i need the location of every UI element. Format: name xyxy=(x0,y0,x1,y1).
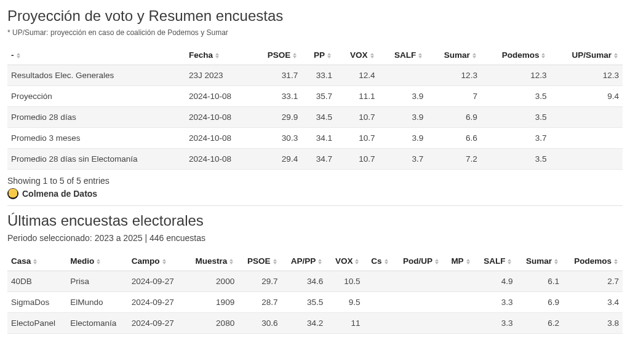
column-header[interactable]: Casa xyxy=(7,251,66,271)
column-header[interactable]: Sumar xyxy=(427,46,481,65)
column-header[interactable]: Muestra xyxy=(185,251,238,271)
sort-icon xyxy=(273,259,278,264)
column-header[interactable]: Pod/UP xyxy=(393,251,444,271)
section1-note: * UP/Sumar: proyección en caso de coalic… xyxy=(7,28,623,37)
column-header[interactable]: SALF xyxy=(379,46,428,65)
column-header[interactable]: VOX xyxy=(327,251,364,271)
sort-icon xyxy=(293,53,298,58)
column-header[interactable]: UP/Sumar xyxy=(550,46,623,65)
column-header[interactable]: MP xyxy=(444,251,475,271)
column-header[interactable]: Campo xyxy=(128,251,185,271)
sort-icon xyxy=(385,259,389,264)
column-header[interactable]: AP/PP xyxy=(282,251,327,271)
column-header[interactable]: PP xyxy=(301,46,336,65)
sort-icon xyxy=(472,53,477,58)
sort-icon xyxy=(614,259,619,264)
table-row: Promedio 28 días sin Electomanía2024-10-… xyxy=(7,149,623,170)
column-header[interactable]: Sumar xyxy=(516,251,563,271)
entries-info: Showing 1 to 5 of 5 entries xyxy=(7,176,623,186)
table-row: Resultados Elec. Generales23J 202331.733… xyxy=(7,65,623,86)
sort-icon xyxy=(33,259,38,264)
table-row: ElectoPanelElectomanía2024-09-27208030.6… xyxy=(7,313,623,334)
table-row: Promedio 28 días2024-10-0829.934.510.73.… xyxy=(7,107,623,128)
table-row: Proyección2024-10-0833.135.711.13.973.59… xyxy=(7,86,623,107)
column-header[interactable]: Podemos xyxy=(481,46,551,65)
sort-icon xyxy=(97,259,102,264)
section2-title: Últimas encuestas electorales xyxy=(7,212,623,229)
sort-icon xyxy=(318,259,323,264)
sort-icon xyxy=(418,53,423,58)
bee-icon xyxy=(7,188,18,199)
sort-icon xyxy=(614,53,619,58)
column-header[interactable]: VOX xyxy=(336,46,379,65)
attribution[interactable]: Colmena de Datos xyxy=(7,188,623,206)
table-row: Promedio 3 meses2024-10-0830.334.110.73.… xyxy=(7,128,623,149)
column-header[interactable]: PSOE xyxy=(238,251,281,271)
table-row: SigmaDosElMundo2024-09-27190928.735.59.5… xyxy=(7,292,623,313)
sort-icon xyxy=(229,259,234,264)
period-info: Periodo seleccionado: 2023 a 2025 | 446 … xyxy=(7,233,623,243)
sort-icon xyxy=(162,259,167,264)
projection-table: -FechaPSOEPPVOXSALFSumarPodemosUP/Sumar … xyxy=(7,46,623,170)
table-row: 40DBPrisa2024-09-27200029.734.610.54.96.… xyxy=(7,271,623,292)
polls-table: CasaMedioCampoMuestraPSOEAP/PPVOXCsPod/U… xyxy=(7,251,623,334)
sort-icon xyxy=(541,53,546,58)
column-header[interactable]: SALF xyxy=(475,251,517,271)
column-header[interactable]: Fecha xyxy=(185,46,252,65)
sort-icon xyxy=(215,53,220,58)
sort-icon xyxy=(466,259,471,264)
sort-icon xyxy=(435,259,440,264)
sort-icon xyxy=(17,53,22,58)
sort-icon xyxy=(508,259,512,264)
column-header[interactable]: Medio xyxy=(66,251,128,271)
column-header[interactable]: Podemos xyxy=(563,251,623,271)
column-header[interactable]: PSOE xyxy=(251,46,301,65)
section1-title: Proyección de voto y Resumen encuestas xyxy=(7,7,623,25)
sort-icon xyxy=(370,53,375,58)
sort-icon xyxy=(554,259,559,264)
column-header[interactable]: - xyxy=(7,46,185,65)
sort-icon xyxy=(327,53,332,58)
attribution-label: Colmena de Datos xyxy=(22,189,97,199)
sort-icon xyxy=(355,259,360,264)
column-header[interactable]: Cs xyxy=(364,251,393,271)
